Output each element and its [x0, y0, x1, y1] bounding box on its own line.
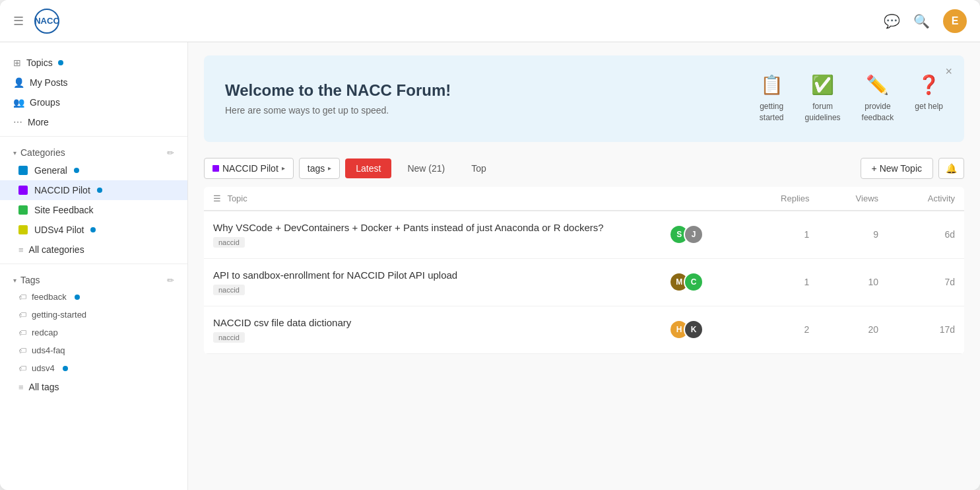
sidebar-item-label: More: [28, 117, 49, 127]
help-label: get help: [915, 101, 943, 112]
all-tags-label: All tags: [29, 382, 59, 392]
avatars-cell: SJ: [660, 211, 740, 259]
tags-label: Tags: [20, 275, 40, 285]
list-icon: ≡: [18, 245, 24, 255]
sidebar-item-groups[interactable]: 👥 Groups: [0, 92, 187, 112]
hamburger-icon[interactable]: ☰: [13, 14, 24, 28]
activity-time: 6d: [888, 211, 964, 259]
category-label: Site Feedback: [34, 205, 94, 215]
topics-dot: [58, 60, 63, 65]
avatar: J: [684, 225, 703, 244]
topics-table: ☰ Topic Replies Views Activity Why VSCod…: [204, 187, 964, 354]
topic-tag[interactable]: naccid: [213, 285, 245, 295]
welcome-title: Welcome to the NACC Forum!: [225, 81, 738, 100]
welcome-actions: 📋 gettingstarted ✅ forumguidelines ✏️ pr…: [760, 74, 943, 123]
tag-feedback[interactable]: 🏷 feedback: [0, 288, 187, 306]
topic-tag[interactable]: naccid: [213, 332, 245, 343]
logo-letter: NACC: [34, 16, 59, 26]
getting-started-icon: 📋: [760, 74, 783, 96]
general-dot: [74, 168, 79, 173]
category-site-feedback[interactable]: Site Feedback: [0, 200, 187, 220]
tag-label: udsv4: [32, 363, 55, 373]
tags-chevron: ▾: [13, 277, 16, 284]
category-filter-button[interactable]: NACCID Pilot ▸: [204, 158, 294, 179]
udsv4-tag-dot: [63, 366, 68, 371]
tab-new[interactable]: New (21): [397, 158, 455, 178]
all-categories-label: All categories: [29, 244, 84, 255]
table-row: NACCID csv file data dictionarynaccidHK2…: [204, 306, 964, 353]
guidelines-label: forumguidelines: [805, 101, 841, 123]
topics-icon: ⊞: [13, 57, 21, 68]
sidebar-item-more[interactable]: ⋯ More: [0, 112, 187, 132]
logo[interactable]: NACC: [34, 9, 59, 34]
topic-title-link[interactable]: Why VSCode + DevContainers + Docker + Pa…: [213, 222, 651, 233]
all-tags-list-icon: ≡: [18, 382, 24, 392]
category-general[interactable]: General: [0, 160, 187, 180]
avatar: K: [684, 320, 703, 339]
replies-count: 1: [740, 211, 819, 259]
myposts-icon: 👤: [13, 77, 24, 88]
sidebar-item-myposts[interactable]: 👤 My Posts: [0, 73, 187, 92]
categories-header[interactable]: ▾ Categories ✏: [0, 141, 187, 160]
tag-redcap[interactable]: 🏷 redcap: [0, 324, 187, 341]
tab-latest[interactable]: Latest: [345, 158, 391, 178]
tag-icon: 🏷: [18, 346, 26, 355]
views-count: 20: [818, 306, 888, 353]
sidebar-item-topics[interactable]: ⊞ Topics: [0, 53, 187, 73]
tab-top[interactable]: Top: [461, 158, 497, 178]
feedback-dot: [75, 295, 80, 300]
category-color-square: [212, 165, 219, 172]
user-avatar-button[interactable]: E: [943, 9, 967, 33]
tag-getting-started[interactable]: 🏷 getting-started: [0, 306, 187, 324]
chat-icon[interactable]: 💬: [884, 13, 900, 29]
sidebar-item-label: My Posts: [30, 77, 68, 88]
all-tags-link[interactable]: ≡ All tags: [0, 377, 187, 397]
getting-started-label: gettingstarted: [760, 101, 784, 123]
sidebar-item-label: Groups: [30, 97, 60, 108]
tags-caret-icon: ▸: [328, 164, 331, 172]
guidelines-icon: ✅: [811, 74, 834, 96]
category-udsv4-pilot[interactable]: UDSv4 Pilot: [0, 220, 187, 240]
search-icon[interactable]: 🔍: [913, 13, 930, 29]
list-icon: ☰: [213, 193, 221, 203]
help-icon: ❓: [917, 74, 940, 96]
topic-toolbar: NACCID Pilot ▸ tags ▸ Latest New (21) To…: [204, 158, 964, 187]
sidebar: ⊞ Topics 👤 My Posts 👥 Groups ⋯ More ▾: [0, 42, 188, 490]
category-naccid-pilot[interactable]: NACCID Pilot: [0, 180, 187, 200]
naccid-color: [18, 186, 28, 195]
tag-label: feedback: [32, 292, 67, 302]
new-topic-button[interactable]: + New Topic: [861, 158, 933, 179]
all-categories-link[interactable]: ≡ All categories: [0, 240, 187, 260]
views-count: 9: [818, 211, 888, 259]
tag-uds4-faq[interactable]: 🏷 uds4-faq: [0, 341, 187, 359]
topic-title-link[interactable]: NACCID csv file data dictionary: [213, 317, 651, 328]
col-views: Views: [818, 187, 888, 211]
topic-title-link[interactable]: API to sandbox-enrollment for NACCID Pil…: [213, 269, 651, 281]
welcome-action-guidelines[interactable]: ✅ forumguidelines: [805, 74, 841, 123]
welcome-action-getting-started[interactable]: 📋 gettingstarted: [760, 74, 784, 123]
categories-label: Categories: [20, 147, 65, 158]
welcome-subtitle: Here are some ways to get up to speed.: [225, 105, 738, 116]
tags-filter-button[interactable]: tags ▸: [299, 158, 340, 179]
tags-header[interactable]: ▾ Tags ✏: [0, 268, 187, 288]
tag-udsv4[interactable]: 🏷 udsv4: [0, 359, 187, 377]
welcome-close-button[interactable]: ×: [945, 65, 952, 79]
sidebar-item-label: Topics: [26, 57, 53, 68]
category-filter-label: NACCID Pilot: [222, 163, 278, 174]
naccid-dot: [97, 188, 102, 193]
tag-label: getting-started: [32, 310, 86, 320]
welcome-action-feedback[interactable]: ✏️ providefeedback: [862, 74, 894, 123]
logo-circle: NACC: [34, 9, 59, 34]
tag-icon: 🏷: [18, 328, 26, 337]
col-replies: Replies: [740, 187, 819, 211]
replies-count: 2: [740, 306, 819, 353]
categories-edit-icon[interactable]: ✏: [167, 148, 174, 158]
topic-tag[interactable]: naccid: [213, 237, 245, 248]
udsv4-color: [18, 225, 28, 234]
welcome-action-help[interactable]: ❓ get help: [915, 74, 943, 123]
tags-edit-icon[interactable]: ✏: [167, 275, 174, 285]
notification-bell-button[interactable]: 🔔: [938, 158, 964, 179]
general-color: [18, 166, 28, 175]
category-label: General: [34, 165, 67, 176]
feedback-icon: ✏️: [866, 74, 889, 96]
